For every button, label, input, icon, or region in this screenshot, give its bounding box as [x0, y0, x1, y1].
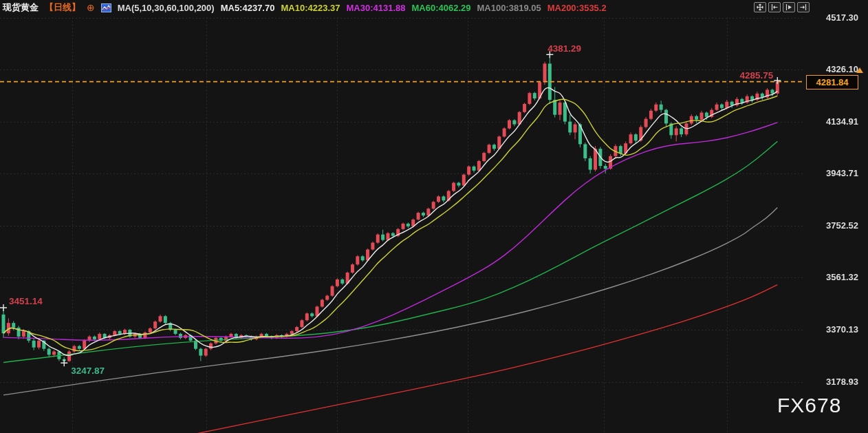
candlestick-chart[interactable]	[0, 0, 868, 433]
chart-toolbar	[754, 2, 810, 12]
current-price-tag: 4281.84	[806, 75, 858, 89]
price-annotation: 3451.14	[9, 296, 43, 306]
price-annotation: 3247.87	[71, 366, 105, 376]
price-up-arrow-icon	[856, 67, 863, 73]
play-icon[interactable]	[783, 2, 795, 12]
watermark: FX678	[777, 394, 841, 417]
ma100-value: MA100:3819.05	[477, 3, 541, 13]
price-annotation: 4285.75	[740, 70, 774, 81]
jump-end-icon[interactable]	[797, 2, 810, 12]
ma5-value: MA5:4237.70	[221, 3, 275, 13]
price-annotation: 4381.29	[547, 43, 581, 54]
pan-icon[interactable]	[754, 2, 766, 12]
ma200-value: MA200:3535.2	[547, 3, 607, 13]
ma30-value: MA30:4131.88	[346, 3, 405, 13]
mini-chart-icon[interactable]	[101, 3, 111, 12]
ma-params-label: MA(5,10,30,60,100,200)	[118, 3, 215, 13]
period-label: 【日线】	[45, 1, 80, 14]
current-price-value: 4281.84	[816, 77, 849, 87]
ma60-value: MA60:4062.29	[411, 3, 470, 13]
chart-header: 现货黄金 【日线】 ⊕ MA(5,10,30,60,100,200) MA5:4…	[3, 0, 607, 15]
jump-start-icon[interactable]	[768, 2, 781, 12]
instrument-title: 现货黄金	[3, 1, 39, 14]
add-indicator-icon[interactable]: ⊕	[87, 2, 95, 13]
ma10-value: MA10:4223.37	[281, 3, 340, 13]
chart-app: 现货黄金 【日线】 ⊕ MA(5,10,30,60,100,200) MA5:4…	[0, 0, 868, 433]
